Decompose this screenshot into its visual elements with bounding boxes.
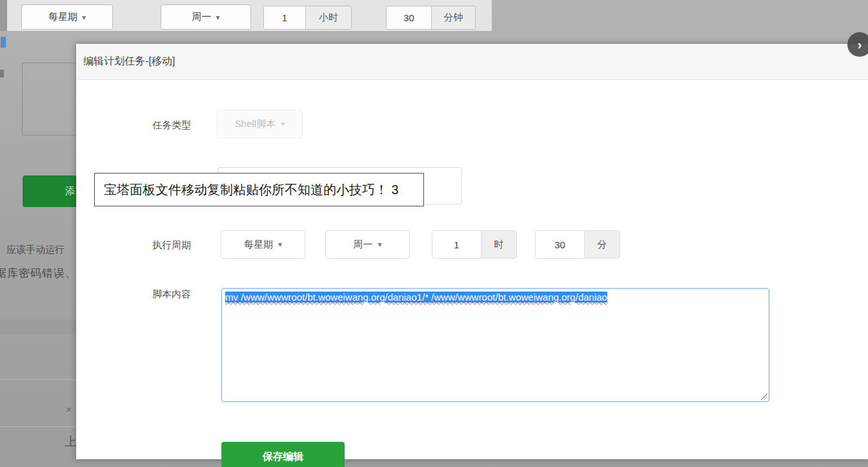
top-day-select-value: 周一	[192, 11, 211, 23]
background-divider	[0, 379, 76, 380]
top-hour-input[interactable]: 1	[264, 6, 305, 29]
background-row-marker: ×	[66, 404, 72, 415]
background-dark-mark	[0, 70, 4, 77]
background-blue-mark	[1, 37, 6, 48]
schedule-hour-input[interactable]: 1	[432, 231, 481, 258]
schedule-week-select[interactable]: 每星期 ▾	[221, 230, 305, 259]
edit-task-modal: 编辑计划任务-[移动] 任务类型 Shell脚本 ▾ 执行周期 每星期 ▾ 周一…	[76, 44, 868, 459]
task-type-select[interactable]: Shell脚本 ▾	[217, 110, 303, 138]
chevron-down-icon: ▾	[216, 14, 219, 21]
background-partial-glyph: 上	[65, 433, 76, 450]
background-table-row-band	[0, 319, 76, 334]
schedule-minute-group: 30 分	[535, 230, 620, 259]
background-add-task-button: 添	[23, 175, 76, 207]
textarea-resize-handle[interactable]	[760, 392, 767, 400]
top-minute-input[interactable]: 30	[387, 6, 431, 29]
page-left-edge	[0, 0, 7, 31]
script-content-textarea[interactable]: mv /www/wwwroot/bt.woweiwang.org/daniao1…	[221, 288, 769, 402]
background-help-text-1: 应该手动运行	[6, 244, 76, 256]
save-edit-button[interactable]: 保存编辑	[221, 442, 345, 467]
background-add-task-label: 添	[65, 185, 75, 197]
modal-header: 编辑计划任务-[移动]	[76, 44, 868, 80]
top-hour-group: 1 小时	[263, 6, 352, 30]
top-schedule-bar: 每星期 ▾ 周一 ▾ 1 小时 30 分钟	[0, 0, 492, 31]
modal-title: 编辑计划任务-[移动]	[83, 55, 175, 68]
top-minute-group: 30 分钟	[386, 6, 476, 30]
top-week-select-value: 每星期	[48, 11, 77, 23]
modal-close-icon[interactable]: ›	[847, 32, 868, 57]
background-table-row-band: ×	[0, 395, 76, 424]
top-hour-unit-label: 小时	[305, 6, 351, 29]
schedule-label: 执行周期	[94, 239, 191, 252]
schedule-hour-unit-label: 时	[481, 231, 516, 258]
background-help-text-2: 据库密码错误、	[0, 266, 76, 281]
schedule-hour-group: 1 时	[432, 230, 517, 259]
chevron-down-icon: ▾	[278, 241, 282, 248]
schedule-minute-unit-label: 分	[584, 231, 620, 258]
schedule-week-value: 每星期	[244, 239, 273, 251]
top-day-select[interactable]: 周一 ▾	[161, 5, 251, 30]
background-divider	[0, 426, 76, 427]
top-week-select[interactable]: 每星期 ▾	[21, 5, 113, 30]
task-type-select-value: Shell脚本	[235, 118, 276, 130]
top-minute-unit-label: 分钟	[431, 6, 475, 29]
schedule-minute-input[interactable]: 30	[536, 231, 584, 258]
schedule-day-select[interactable]: 周一 ▾	[325, 230, 410, 259]
chevron-down-icon: ▾	[281, 120, 285, 128]
chevron-down-icon: ▾	[378, 241, 381, 248]
background-textarea-outline	[22, 63, 80, 135]
caption-overlay: 宝塔面板文件移动复制粘贴你所不知道的小技巧！ 3	[94, 173, 424, 206]
script-selected-text: mv /www/wwwroot/bt.woweiwang.org/daniao1…	[225, 292, 607, 303]
script-content-label: 脚本内容	[94, 288, 191, 301]
chevron-down-icon: ▾	[82, 14, 86, 21]
task-type-label: 任务类型	[94, 119, 191, 132]
page: 每星期 ▾ 周一 ▾ 1 小时 30 分钟 添 应该手动运行 据库密码错误、 ×…	[0, 0, 868, 467]
caption-text: 宝塔面板文件移动复制粘贴你所不知道的小技巧！ 3	[104, 181, 399, 199]
schedule-day-value: 周一	[353, 239, 372, 251]
